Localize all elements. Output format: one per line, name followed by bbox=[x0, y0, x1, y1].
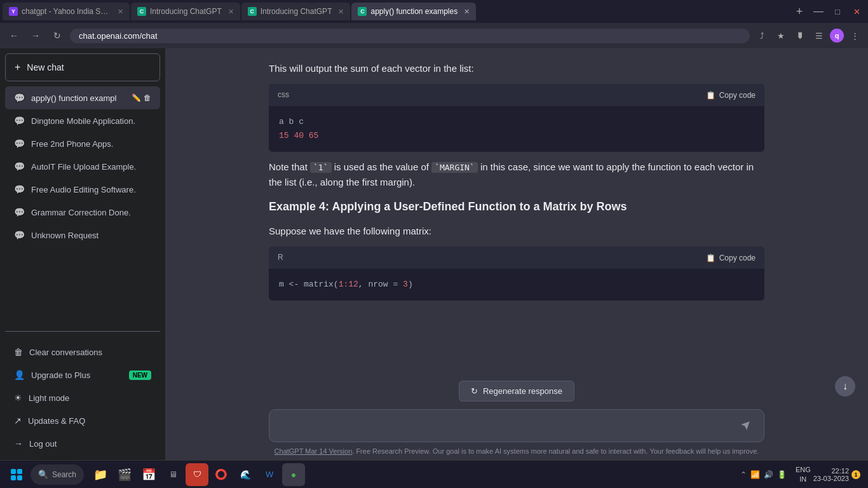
tab-title-t4: apply() function examples bbox=[370, 7, 458, 16]
sidebar-history-item-h1[interactable]: 💬 apply() function exampl ✏️🗑 bbox=[5, 86, 160, 109]
browser-tab-t3[interactable]: C Introducing ChatGPT ✕ bbox=[241, 3, 351, 20]
tab-close-t3[interactable]: ✕ bbox=[338, 8, 344, 16]
sidebar-bottom-item-b2[interactable]: 👤 Upgrade to Plus NEW bbox=[5, 363, 160, 386]
tab-close-t2[interactable]: ✕ bbox=[228, 8, 234, 16]
chevron-down-icon: ↓ bbox=[843, 381, 848, 392]
start-button[interactable] bbox=[5, 463, 28, 486]
sidebar-bottom-item-b4[interactable]: ↗ Updates & FAQ bbox=[5, 409, 160, 432]
copy-code-button-r[interactable]: 📋 Copy code bbox=[706, 254, 756, 262]
profile-icon[interactable]: q bbox=[830, 29, 844, 43]
network-icon[interactable]: 📶 bbox=[750, 470, 760, 479]
tab-favicon-t4: C bbox=[358, 7, 367, 16]
taskbar-search[interactable]: 🔍 Search bbox=[31, 464, 84, 485]
bookmark-icon[interactable]: ★ bbox=[773, 27, 789, 44]
send-icon bbox=[740, 421, 750, 431]
browser-tab-t1[interactable]: Y chatgpt - Yahoo India Search Res... ✕ bbox=[3, 3, 130, 20]
sidebar-toggle[interactable]: ☰ bbox=[811, 27, 827, 44]
message-content: This will output the sum of each vector … bbox=[269, 61, 764, 301]
window-maximize[interactable]: □ bbox=[829, 3, 846, 20]
scroll-down-button[interactable]: ↓ bbox=[835, 376, 855, 396]
copy-code-button-css[interactable]: 📋 Copy code bbox=[706, 91, 756, 100]
sidebar-history-item-h5[interactable]: 💬 Free Audio Editing Software. bbox=[5, 178, 160, 201]
clock-time: 22:12 bbox=[831, 467, 849, 475]
sidebar-history-item-h4[interactable]: 💬 AutoIT File Upload Example. bbox=[5, 155, 160, 178]
sidebar: + New chat 💬 apply() function exampl ✏️🗑… bbox=[0, 48, 165, 460]
footer-text-rest: . Free Research Preview. Our goal is to … bbox=[352, 447, 759, 455]
taskbar-app-calendar[interactable]: 📅 bbox=[137, 463, 160, 486]
code-content-r: m <- matrix(1:12, nrow = 3) bbox=[269, 269, 764, 301]
edit-icon[interactable]: ✏️ bbox=[132, 93, 141, 102]
volume-icon[interactable]: 🔊 bbox=[764, 470, 773, 479]
footer-link[interactable]: ChatGPT Mar 14 Version bbox=[275, 447, 353, 455]
back-button[interactable]: ← bbox=[5, 27, 23, 44]
sidebar-bottom-item-b5[interactable]: → Log out bbox=[5, 432, 160, 455]
chat-footer-text: ChatGPT Mar 14 Version. Free Research Pr… bbox=[269, 447, 764, 455]
taskbar-app-chrome[interactable]: ● bbox=[282, 463, 305, 486]
tab-close-t4[interactable]: ✕ bbox=[464, 8, 470, 16]
taskbar-app-video[interactable]: 🎬 bbox=[113, 463, 136, 486]
browser-tab-t4[interactable]: C apply() function examples ✕ bbox=[351, 3, 476, 20]
taskbar-app-dell[interactable]: 🖥 bbox=[161, 463, 184, 486]
tab-favicon-t2: C bbox=[137, 7, 146, 16]
send-button[interactable] bbox=[736, 416, 755, 435]
tab-favicon-t3: C bbox=[248, 7, 257, 16]
browser-chrome: Y chatgpt - Yahoo India Search Res... ✕ … bbox=[0, 0, 868, 48]
main-layout: + New chat 💬 apply() function exampl ✏️🗑… bbox=[0, 48, 868, 460]
bottom-item-label-b3: Light mode bbox=[29, 393, 151, 403]
sidebar-history-list: 💬 apply() function exampl ✏️🗑 💬 Dingtone… bbox=[5, 86, 160, 327]
taskbar-app-edge[interactable]: 🌊 bbox=[234, 463, 257, 486]
bottom-item-icon-b2: 👤 bbox=[14, 370, 25, 380]
message-paragraph-1: This will output the sum of each vector … bbox=[269, 61, 764, 76]
delete-icon[interactable]: 🗑 bbox=[144, 93, 151, 102]
browser-tab-t2[interactable]: C Introducing ChatGPT ✕ bbox=[131, 3, 240, 20]
sidebar-history-item-h2[interactable]: 💬 Dingtone Mobile Application. bbox=[5, 109, 160, 132]
chevron-up-icon[interactable]: ⌃ bbox=[740, 470, 747, 479]
code-line-1: a b c bbox=[279, 115, 754, 129]
sidebar-history-item-h7[interactable]: 💬 Unknown Request bbox=[5, 224, 160, 247]
chat-icon: 💬 bbox=[14, 139, 25, 149]
sidebar-item-text-h3: Free 2nd Phone Apps. bbox=[31, 139, 151, 149]
sidebar-bottom-item-b1[interactable]: 🗑 Clear conversations bbox=[5, 341, 160, 363]
code-content-css: a b c 15 40 65 bbox=[269, 106, 764, 152]
taskbar-app-opera[interactable]: ⭕ bbox=[210, 463, 233, 486]
clock-date: 22:12 23-03-2023 bbox=[813, 467, 849, 482]
tab-close-t1[interactable]: ✕ bbox=[118, 8, 123, 16]
address-input[interactable] bbox=[70, 29, 750, 43]
chat-input[interactable] bbox=[278, 419, 736, 433]
notification-badge[interactable]: 1 bbox=[851, 470, 860, 479]
taskbar-app-word[interactable]: W bbox=[258, 463, 281, 486]
chat-icon: 💬 bbox=[14, 93, 25, 103]
taskbar-app-files[interactable]: 📁 bbox=[89, 463, 112, 486]
sidebar-bottom-item-b3[interactable]: ☀ Light mode bbox=[5, 386, 160, 409]
sidebar-history-item-h6[interactable]: 💬 Grammar Correction Done. bbox=[5, 201, 160, 224]
new-tab-button[interactable]: + bbox=[790, 3, 808, 20]
code-block-header-r: R 📋 Copy code bbox=[269, 247, 764, 269]
bottom-item-icon-b1: 🗑 bbox=[14, 347, 23, 357]
tab-title-t3: Introducing ChatGPT bbox=[261, 7, 332, 16]
bottom-item-label-b2: Upgrade to Plus bbox=[31, 370, 123, 380]
battery-icon[interactable]: 🔋 bbox=[777, 470, 787, 479]
reload-button[interactable]: ↻ bbox=[48, 27, 66, 44]
regenerate-button[interactable]: ↻ Regenerate response bbox=[459, 381, 574, 402]
sidebar-item-text-h7: Unknown Request bbox=[31, 231, 151, 240]
window-close[interactable]: ✕ bbox=[848, 3, 865, 20]
menu-icon[interactable]: ⋮ bbox=[846, 27, 863, 44]
share-icon[interactable]: ⤴ bbox=[754, 27, 770, 44]
inline-code-2: `MARGIN` bbox=[431, 162, 478, 173]
inline-code-1: `1` bbox=[310, 162, 331, 173]
extensions-icon[interactable]: 🠷 bbox=[792, 27, 808, 44]
sidebar-bottom: 🗑 Clear conversations 👤 Upgrade to Plus … bbox=[5, 336, 160, 455]
window-minimize[interactable]: — bbox=[810, 3, 827, 20]
taskbar-app-shield[interactable]: 🛡 bbox=[186, 463, 208, 486]
item-actions-h1: ✏️🗑 bbox=[132, 93, 151, 102]
taskbar: 🔍 Search 📁 🎬 📅 🖥 🛡 ⭕ 🌊 W ● ⌃ 📶 🔊 🔋 ENGIN… bbox=[0, 460, 868, 488]
new-chat-button[interactable]: + New chat bbox=[5, 53, 160, 81]
sidebar-history-item-h3[interactable]: 💬 Free 2nd Phone Apps. bbox=[5, 132, 160, 155]
new-badge-b2: NEW bbox=[129, 370, 151, 380]
forward-button[interactable]: → bbox=[27, 27, 44, 44]
address-bar: ← → ↻ ⤴ ★ 🠷 ☰ q ⋮ bbox=[0, 23, 868, 48]
chat-area: This will output the sum of each vector … bbox=[165, 48, 868, 460]
plus-icon: + bbox=[15, 62, 20, 73]
code-lang-css: css bbox=[278, 89, 289, 101]
code-lang-r: R bbox=[278, 252, 283, 264]
